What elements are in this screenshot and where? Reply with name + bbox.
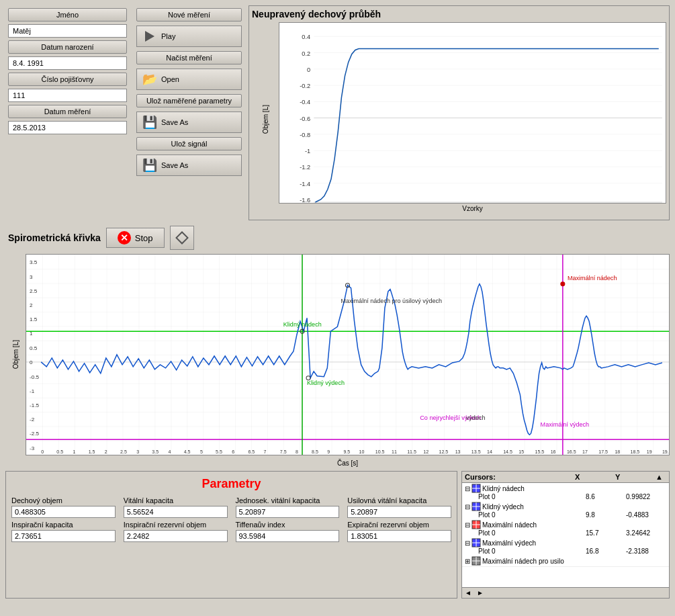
- cursor-y-2: 3.24642: [626, 529, 666, 537]
- svg-point-94: [561, 282, 565, 286]
- cursor-row-name-1: ⊟ Klidný výdech: [465, 502, 666, 511]
- save-signal-label[interactable]: Ulož signál: [136, 137, 242, 150]
- play-button[interactable]: Play: [136, 26, 242, 47]
- spiro-chart-area: 3.5 3 2.5 2 1.5 1 0.5 0 -0.5 -1 -1.5 -2 …: [26, 254, 670, 455]
- param-value-6[interactable]: [236, 530, 340, 542]
- open-button[interactable]: 📂 Open: [136, 69, 242, 90]
- patient-panel: Jméno Datum narození Číslo pojišťovny Da…: [5, 5, 130, 220]
- svg-text:5: 5: [200, 449, 203, 454]
- cursor-expand-0[interactable]: ⊟: [465, 485, 470, 492]
- cursor-group-4: ⊞ Maximální nádech pro usilo: [462, 556, 669, 567]
- dob-input[interactable]: [8, 56, 127, 70]
- svg-text:14.5: 14.5: [503, 449, 512, 454]
- new-measurement-label[interactable]: Nové měření: [136, 8, 242, 21]
- svg-text:19: 19: [647, 449, 652, 454]
- cursor-name-3: Maximální výdech: [482, 539, 536, 547]
- svg-text:18: 18: [615, 449, 620, 454]
- params-title: Parametry: [11, 477, 451, 491]
- svg-text:0.5: 0.5: [56, 449, 63, 454]
- svg-text:9: 9: [327, 449, 330, 454]
- scroll-left-arrow[interactable]: ◄: [462, 589, 474, 597]
- svg-text:1: 1: [73, 449, 76, 454]
- spiro-x-label: Čas [s]: [26, 459, 670, 467]
- param-value-3[interactable]: [347, 506, 451, 518]
- measurement-date-label-btn[interactable]: Datum měření: [8, 105, 127, 118]
- top-chart-x-label: Vzorky: [279, 205, 666, 212]
- svg-text:11: 11: [392, 449, 397, 454]
- param-label-5: Inspirační rezervní objem: [124, 521, 228, 529]
- svg-text:Maximální nádech: Maximální nádech: [568, 275, 617, 281]
- svg-text:1.5: 1.5: [89, 449, 95, 454]
- svg-text:16: 16: [551, 449, 556, 454]
- insurance-label-btn[interactable]: Číslo pojišťovny: [8, 73, 127, 86]
- svg-text:2.5: 2.5: [120, 449, 127, 454]
- cursor-icon-3: [471, 538, 481, 547]
- spiro-section: Spirometrická křivka ✕ Stop Objem [L]: [5, 224, 670, 467]
- cursor-expand-2[interactable]: ⊟: [465, 521, 470, 529]
- param-item-4: Inspirační kapacita: [11, 521, 116, 542]
- svg-text:-1: -1: [305, 148, 310, 155]
- svg-text:-3: -3: [30, 445, 35, 451]
- svg-text:3: 3: [136, 449, 139, 454]
- cursor-expand-3[interactable]: ⊟: [465, 539, 470, 547]
- cursors-x-col: X: [575, 473, 615, 481]
- cursor-x-0: 8.6: [586, 493, 626, 500]
- cursor-group-1: ⊟ Klidný výdech Plot 0 9.8 -0.4883: [462, 501, 669, 519]
- param-label-2: Jednosek. vitální kapacita: [236, 496, 340, 504]
- dob-label-btn[interactable]: Datum narození: [8, 40, 127, 54]
- param-value-5[interactable]: [124, 530, 228, 542]
- svg-text:Maximální výdech: Maximální výdech: [541, 421, 590, 428]
- cursors-body[interactable]: ⊟ Klidný nádech Plot 0 8.6 0.99822: [462, 483, 669, 587]
- svg-text:2: 2: [105, 449, 107, 454]
- param-item-6: Tiffenaův index: [236, 521, 340, 542]
- param-value-1[interactable]: [124, 506, 228, 518]
- load-measurement-label[interactable]: Načíst měření: [136, 51, 242, 64]
- cursor-sub-2: Plot 0: [478, 529, 586, 537]
- spiro-y-label: Objem [L]: [9, 340, 22, 369]
- save-as-button-2[interactable]: 💾 Save As: [136, 155, 242, 176]
- svg-text:6.5: 6.5: [248, 449, 255, 454]
- cursor-sub-1: Plot 0: [478, 511, 586, 519]
- cursor-y-1: -0.4883: [626, 511, 666, 519]
- param-value-0[interactable]: [11, 506, 116, 518]
- param-item-0: Dechový objem: [11, 496, 116, 518]
- save-params-label[interactable]: Ulož naměřené parametry: [136, 94, 242, 107]
- cursor-row-sub-3: Plot 0 16.8 -2.3188: [465, 547, 666, 555]
- param-value-2[interactable]: [236, 506, 340, 518]
- svg-text:0.5: 0.5: [30, 345, 38, 351]
- name-label-btn[interactable]: Jméno: [8, 8, 127, 21]
- svg-text:výdech: výdech: [466, 414, 486, 421]
- svg-text:-1.6: -1.6: [300, 197, 310, 203]
- top-chart-title: Neupravený dechový průběh: [252, 9, 666, 19]
- svg-text:7.5: 7.5: [280, 449, 287, 454]
- stop-button[interactable]: ✕ Stop: [106, 228, 165, 248]
- scroll-right-arrow[interactable]: ►: [474, 589, 486, 597]
- svg-text:15: 15: [519, 449, 524, 454]
- svg-text:0: 0: [307, 67, 310, 73]
- spiro-header: Spirometrická křivka ✕ Stop: [5, 224, 670, 251]
- param-label-1: Vitální kapacita: [124, 496, 228, 504]
- name-input[interactable]: [8, 24, 127, 38]
- svg-text:-0.4: -0.4: [300, 99, 310, 105]
- insurance-input[interactable]: [8, 89, 127, 102]
- svg-text:-0.8: -0.8: [300, 132, 310, 138]
- controls-panel: Nové měření Play Načíst měření 📂 Open Ul…: [134, 5, 244, 220]
- param-value-4[interactable]: [11, 530, 116, 542]
- cursor-y-3: -2.3188: [626, 547, 666, 555]
- cursor-row-sub-1: Plot 0 9.8 -0.4883: [465, 511, 666, 519]
- save-as-button-1[interactable]: 💾 Save As: [136, 112, 242, 133]
- cursor-expand-1[interactable]: ⊟: [465, 503, 470, 511]
- diamond-button[interactable]: [170, 226, 194, 250]
- param-value-7[interactable]: [347, 530, 451, 542]
- measurement-date-input[interactable]: [8, 121, 127, 134]
- svg-text:-1: -1: [30, 388, 35, 394]
- svg-text:-0.5: -0.5: [30, 374, 39, 380]
- cursor-expand-4[interactable]: ⊞: [465, 558, 470, 565]
- cursors-panel: Cursors: X Y ▲ ⊟ Klidný nádech: [461, 471, 670, 599]
- svg-rect-0: [279, 23, 666, 203]
- cursors-title: Cursors:: [465, 473, 575, 481]
- svg-text:8.5: 8.5: [312, 449, 318, 454]
- cursor-x-2: 15.7: [586, 529, 626, 537]
- cursors-scroll-indicator: ▲: [656, 473, 666, 481]
- param-item-5: Inspirační rezervní objem: [124, 521, 228, 542]
